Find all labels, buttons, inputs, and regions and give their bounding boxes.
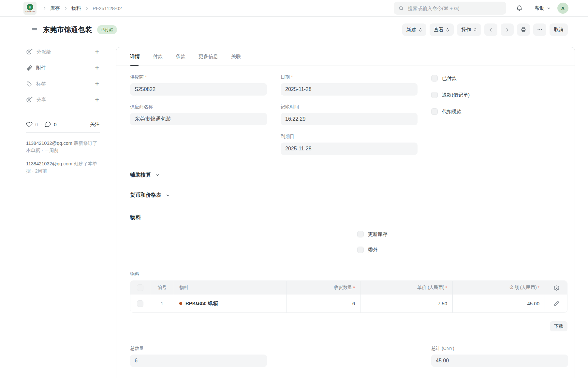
- breadcrumb-stock[interactable]: 库存: [50, 5, 60, 11]
- hamburger-icon: [31, 26, 38, 33]
- chevron-down-icon: [547, 6, 551, 10]
- form-column-1: 供应商* S250822 供应商名称 东莞市锦通包装: [130, 74, 267, 155]
- total-qty-input[interactable]: 6: [130, 355, 267, 367]
- main: 分派给 + 附件 + 标签 + 分享 + 0: [0, 47, 588, 378]
- help-menu[interactable]: 帮助: [535, 5, 551, 11]
- tab-terms[interactable]: 条款: [176, 47, 185, 66]
- item-cell[interactable]: RPKG03: 纸箱: [174, 295, 286, 312]
- tab-connections[interactable]: 关联: [231, 47, 241, 66]
- prev-button[interactable]: [484, 23, 497, 36]
- add-assignment-button[interactable]: +: [94, 49, 100, 55]
- like-button[interactable]: [26, 121, 33, 128]
- app-logo[interactable]: H 汇中软木ERP: [23, 2, 37, 15]
- required-marker: *: [446, 285, 447, 290]
- update-stock-checkbox[interactable]: [357, 231, 364, 237]
- totals-spacer: [281, 346, 418, 367]
- header-cell: 单价 (人民币)*: [360, 281, 452, 295]
- sidebar-item-assign[interactable]: 分派给 +: [26, 48, 100, 56]
- due-date-input[interactable]: 2025-11-28: [281, 143, 418, 155]
- tab-details[interactable]: 详情: [130, 47, 140, 66]
- search-box[interactable]: [394, 2, 506, 15]
- add-attachment-button[interactable]: +: [94, 65, 100, 71]
- download-button[interactable]: 下载: [550, 321, 567, 331]
- chevron-right-icon: [64, 6, 68, 10]
- header-cell: [130, 281, 150, 295]
- add-share-button[interactable]: +: [94, 97, 100, 103]
- amount-cell[interactable]: 45.00: [452, 295, 545, 312]
- cancel-button[interactable]: 取消: [550, 23, 568, 36]
- notifications-button[interactable]: [516, 5, 523, 12]
- is-paid-checkbox[interactable]: [431, 75, 438, 82]
- activity-user: 1138421032@qq.com: [26, 161, 72, 166]
- assign-user-icon: [26, 49, 33, 55]
- search-input[interactable]: [407, 5, 502, 11]
- sidebar-item-tags[interactable]: 标签 +: [26, 80, 100, 88]
- section-auxiliary-accounting[interactable]: 辅助核算: [130, 165, 567, 185]
- next-button[interactable]: [501, 23, 514, 36]
- select-all-checkbox[interactable]: [137, 284, 143, 291]
- table-settings-button[interactable]: [554, 285, 559, 291]
- navbar: H 汇中软木ERP 库存 物料 PI-251128-02 帮: [0, 0, 588, 17]
- social-row: 0 · 0 关注: [26, 121, 100, 128]
- edit-row-button[interactable]: [554, 301, 559, 306]
- rate-cell[interactable]: 7.50: [360, 295, 452, 312]
- status-badge: 已付款: [97, 25, 117, 34]
- posting-time-input[interactable]: 16:22:29: [281, 113, 418, 125]
- apply-tds-checkbox[interactable]: [431, 108, 438, 115]
- print-button[interactable]: [517, 23, 530, 36]
- grand-total-input[interactable]: 45.00: [431, 355, 568, 367]
- activity-entry: 1138421032@qq.com 创建了本单据 · 2周前: [26, 160, 100, 175]
- items-table: 编号 物料 收货数量* 单价 (人民币)* 金额 (人民币)*: [130, 280, 567, 313]
- section-title: 货币和价格表: [130, 192, 161, 199]
- required-marker: *: [291, 74, 293, 80]
- form-grid: 供应商* S250822 供应商名称 东莞市锦通包装 日期*: [130, 74, 567, 155]
- comment-icon: [45, 121, 51, 128]
- add-tag-button[interactable]: +: [94, 81, 100, 87]
- date-input[interactable]: 2025-11-28: [281, 83, 418, 96]
- checkbox-label: 委外: [368, 247, 378, 253]
- breadcrumb-item[interactable]: 物料: [71, 5, 81, 11]
- field-label: 总数量: [130, 346, 267, 352]
- due-date-field: 到期日 2025-11-28: [281, 134, 418, 155]
- actions-label: 操作: [461, 27, 471, 33]
- activity-user: 1138421032@qq.com: [26, 141, 72, 146]
- subcontract-checkbox[interactable]: [357, 247, 364, 253]
- pencil-icon: [554, 301, 559, 306]
- tab-payments[interactable]: 付款: [153, 47, 163, 66]
- supplier-input[interactable]: S250822: [130, 83, 267, 96]
- is-paid-row: 已付款: [431, 75, 568, 82]
- new-button[interactable]: 新建: [402, 23, 426, 36]
- posting-time-field: 记账时间 16:22:29: [281, 104, 418, 125]
- follow-button[interactable]: 关注: [90, 121, 100, 128]
- sidebar-item-label: 分派给: [37, 49, 51, 55]
- comment-button[interactable]: [45, 121, 51, 128]
- total-qty-field: 总数量 6: [130, 346, 267, 367]
- section-currency-price-list[interactable]: 货币和价格表: [130, 185, 567, 205]
- supplier-name-field: 供应商名称 东莞市锦通包装: [130, 104, 267, 125]
- items-section-title: 物料: [130, 214, 567, 221]
- breadcrumb-current[interactable]: PI-251128-02: [93, 6, 122, 11]
- stock-options: 更新库存 委外: [357, 231, 567, 253]
- view-button[interactable]: 查看: [430, 23, 454, 36]
- required-marker: *: [538, 285, 539, 290]
- avatar[interactable]: A: [557, 3, 568, 14]
- chevron-right-icon: [505, 27, 510, 32]
- item-code: RPKG03: 纸箱: [185, 300, 218, 307]
- comment-count: 0: [54, 122, 56, 127]
- qty-cell[interactable]: 6: [286, 295, 360, 312]
- sidebar-toggle-button[interactable]: [31, 26, 38, 33]
- sidebar-item-share[interactable]: 分享 +: [26, 96, 100, 104]
- bell-icon: [516, 5, 523, 12]
- row-checkbox[interactable]: [137, 300, 143, 307]
- tab-more-info[interactable]: 更多信息: [198, 47, 218, 66]
- sidebar-item-attachments[interactable]: 附件 +: [26, 64, 100, 72]
- is-return-checkbox[interactable]: [431, 92, 438, 98]
- actions-button[interactable]: 操作: [457, 23, 481, 36]
- supplier-name-input[interactable]: 东莞市锦通包装: [130, 113, 267, 125]
- more-button[interactable]: [533, 23, 546, 36]
- new-label: 新建: [406, 27, 416, 33]
- totals: 总数量 6 总计 (CNY) 45.00: [130, 346, 567, 367]
- dot-separator: ·: [40, 122, 42, 127]
- checkbox-label: 退款(借记单): [442, 92, 470, 98]
- is-return-row: 退款(借记单): [431, 92, 568, 98]
